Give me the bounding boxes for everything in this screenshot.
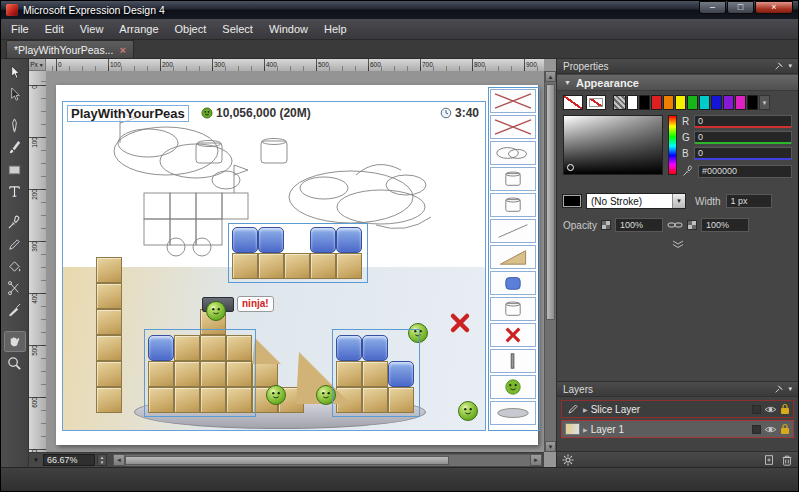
maximize-button[interactable]: □ [727, 1, 754, 14]
eyedropper-icon[interactable] [682, 165, 694, 177]
color-swatch[interactable] [639, 95, 650, 110]
delete-x-icon[interactable] [449, 312, 471, 334]
menu-item-file[interactable]: File [3, 20, 37, 38]
color-swatch[interactable] [735, 95, 746, 110]
minimize-button[interactable]: – [699, 1, 726, 14]
slice-thumb-jar[interactable] [490, 297, 536, 321]
hue-slider[interactable] [668, 115, 677, 175]
fill-opacity-field[interactable]: 100% [615, 218, 663, 232]
menu-item-select[interactable]: Select [214, 20, 261, 38]
slice-thumb-stick[interactable] [490, 349, 536, 373]
zoom-spinner[interactable]: ▲▼ [97, 454, 107, 466]
pin-icon[interactable] [774, 384, 784, 394]
layer-row[interactable]: ▶Slice Layer [561, 400, 794, 418]
scroll-right-icon[interactable]: ► [530, 454, 542, 466]
no-fill-swatch[interactable] [563, 95, 583, 110]
zoom-dropdown-icon[interactable]: ▼ [31, 457, 41, 463]
vertical-scroll-thumb[interactable] [546, 84, 555, 320]
paint-bucket-tool-icon[interactable] [4, 256, 26, 277]
zoom-level-field[interactable]: 66.67% [43, 454, 95, 466]
scroll-down-icon[interactable]: ▼ [545, 441, 556, 452]
panel-menu-icon[interactable]: ▾ [788, 62, 792, 70]
slice-thumb-x[interactable] [490, 115, 536, 139]
slice-thumb-plate[interactable] [490, 401, 536, 425]
layer-row[interactable]: ▶Layer 1 [561, 420, 794, 438]
menu-item-help[interactable]: Help [316, 20, 355, 38]
eyedropper-tool-icon[interactable] [4, 212, 26, 233]
artboard-page[interactable]: PlayWithYourPeas 10,056,000 (20M) 3:40 n… [56, 85, 538, 445]
hex-value-field[interactable]: #000000 [698, 165, 792, 178]
slice-thumb-redx[interactable] [490, 323, 536, 347]
menu-item-edit[interactable]: Edit [37, 20, 72, 38]
lock-icon[interactable] [780, 423, 790, 435]
menu-item-object[interactable]: Object [167, 20, 215, 38]
appearance-section-header[interactable]: ▼ Appearance [557, 75, 798, 91]
color-swatch[interactable] [723, 95, 734, 110]
horizontal-scroll-thumb[interactable] [125, 456, 449, 465]
knife-tool-icon[interactable] [4, 300, 26, 321]
horizontal-scrollbar[interactable]: ◄ ► [113, 454, 542, 466]
color-swatch[interactable] [711, 95, 722, 110]
layer-render-toggle[interactable] [752, 425, 761, 434]
color-swatch[interactable] [687, 95, 698, 110]
direct-selection-tool-icon[interactable] [4, 84, 26, 105]
pattern-swatch[interactable] [613, 95, 626, 110]
rgb-value-field[interactable]: 0 [694, 147, 792, 160]
stroke-width-field[interactable]: 1 px [726, 194, 772, 208]
selection-tool-icon[interactable] [4, 62, 26, 83]
color-swatch[interactable] [651, 95, 662, 110]
slice-thumb-circles[interactable] [490, 141, 536, 165]
color-swatch[interactable] [699, 95, 710, 110]
slice-thumb-pea[interactable] [490, 375, 536, 399]
pin-icon[interactable] [774, 61, 784, 71]
menu-item-view[interactable]: View [72, 20, 112, 38]
link-chain-icon[interactable] [667, 220, 683, 230]
palette-more-icon[interactable]: ▼ [759, 95, 770, 110]
slice-thumb-jar[interactable] [490, 167, 536, 191]
lock-icon[interactable] [780, 403, 790, 415]
sv-marker[interactable] [567, 164, 574, 171]
ruler-unit-selector[interactable]: Px▼ [29, 59, 46, 71]
visibility-eye-icon[interactable] [764, 425, 777, 434]
panel-menu-icon[interactable]: ▾ [788, 385, 792, 393]
stroke-opacity-field[interactable]: 100% [701, 218, 749, 232]
layer-options-gear-icon[interactable] [562, 454, 574, 466]
stroke-color-swatch[interactable] [563, 195, 581, 207]
new-layer-icon[interactable] [763, 454, 775, 466]
pan-tool-icon[interactable] [4, 331, 26, 352]
tab-close-icon[interactable]: × [119, 44, 125, 56]
visibility-eye-icon[interactable] [764, 405, 777, 414]
delete-layer-trash-icon[interactable] [781, 454, 793, 466]
zoom-tool-icon[interactable] [4, 353, 26, 374]
vertical-scrollbar[interactable]: ▲ ▼ [544, 71, 556, 452]
scissors-tool-icon[interactable] [4, 278, 26, 299]
slice-thumb-line[interactable] [490, 219, 536, 243]
rgb-value-field[interactable]: 0 [694, 131, 792, 144]
scroll-up-icon[interactable]: ▲ [545, 71, 556, 82]
pencil-tool-icon[interactable] [4, 234, 26, 255]
expand-arrow-icon[interactable]: ▶ [583, 406, 588, 413]
expand-arrow-icon[interactable]: ▶ [583, 426, 588, 433]
color-swatch[interactable] [663, 95, 674, 110]
slice-thumb-ramp[interactable] [490, 245, 536, 269]
menu-item-arrange[interactable]: Arrange [111, 20, 166, 38]
text-tool-icon[interactable] [4, 181, 26, 202]
close-button[interactable]: × [755, 1, 793, 14]
no-stroke-swatch[interactable] [586, 95, 606, 110]
paintbrush-tool-icon[interactable] [4, 137, 26, 158]
color-swatch[interactable] [675, 95, 686, 110]
layer-name[interactable]: Layer 1 [591, 424, 624, 435]
horizontal-scroll-track[interactable] [125, 454, 530, 466]
layer-render-toggle[interactable] [752, 405, 761, 414]
color-swatch[interactable] [627, 95, 638, 110]
panel-expander[interactable] [557, 240, 798, 248]
menu-item-window[interactable]: Window [261, 20, 316, 38]
canvas-viewport[interactable]: PlayWithYourPeas 10,056,000 (20M) 3:40 n… [46, 71, 544, 452]
pen-tool-icon[interactable] [4, 115, 26, 136]
document-tab[interactable]: *PlayWithYourPeas... × [6, 40, 134, 58]
slice-thumb-x[interactable] [490, 89, 536, 113]
rectangle-tool-icon[interactable] [4, 159, 26, 180]
slice-thumb-jar[interactable] [490, 193, 536, 217]
stroke-type-select[interactable]: (No Stroke) ▼ [586, 193, 686, 209]
rgb-value-field[interactable]: 0 [694, 115, 792, 128]
